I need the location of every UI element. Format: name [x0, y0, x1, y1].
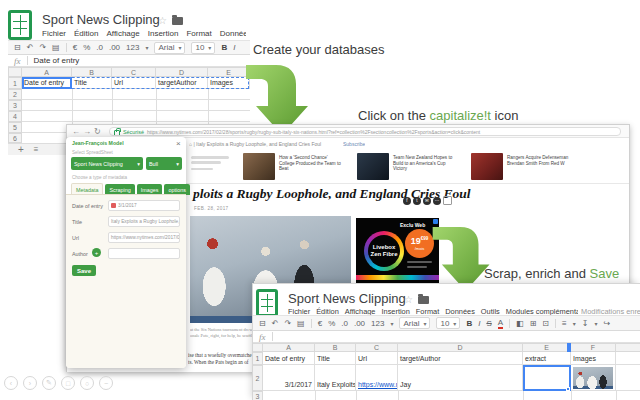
cell-f1[interactable]: Images — [571, 352, 616, 365]
column-header-d[interactable]: D — [156, 67, 208, 77]
cell-c1[interactable]: Url — [356, 352, 398, 365]
cell-a1[interactable]: Date of entry — [22, 77, 72, 89]
next-icon[interactable]: › — [23, 376, 37, 390]
font-size-select[interactable]: 10▾ — [436, 317, 460, 329]
merge-cells-button[interactable]: ⊡ — [542, 319, 549, 328]
font-size-select[interactable]: 10▾ — [191, 42, 215, 54]
row-number[interactable]: 4 — [8, 111, 22, 122]
column-header-a[interactable]: A — [263, 343, 315, 352]
print-icon[interactable]: ⊟ — [14, 43, 21, 52]
cell-a2[interactable]: 3/1/2017 — [263, 365, 315, 391]
paint-format-icon[interactable]: ▤ — [297, 319, 305, 328]
increase-decimal-button[interactable]: .00 — [354, 319, 365, 328]
browser-reload-icon[interactable]: ↻ — [94, 127, 105, 136]
author-field-input[interactable] — [108, 248, 180, 259]
address-bar[interactable]: Sécurisé https://www.nytimes.com/2017/02… — [109, 127, 621, 136]
column-header-b[interactable]: B — [315, 343, 356, 352]
currency-format-button[interactable]: € — [318, 319, 322, 328]
article-card-title[interactable]: How a 'Second Chance' College Produced t… — [279, 155, 341, 172]
row-number[interactable]: 1 — [253, 352, 263, 365]
twitter-share-icon[interactable]: t — [413, 197, 421, 205]
column-header-d[interactable]: D — [398, 343, 523, 352]
cell-d2[interactable]: Jay — [398, 365, 523, 391]
url-link[interactable]: https://www.nytim — [358, 381, 398, 388]
spreadsheet-title[interactable]: Sport News Clipping — [42, 12, 160, 27]
save-article-icon[interactable] — [443, 196, 452, 205]
article-card-title[interactable]: Rangers Acquire Defenseman Brendan Smith… — [507, 155, 571, 166]
fill-color-button[interactable]: ◧ — [516, 319, 524, 328]
cell-b1[interactable]: Title — [315, 352, 356, 365]
currency-format-button[interactable]: € — [73, 43, 77, 52]
cell-b2[interactable]: Italy Exploits a F — [315, 365, 356, 391]
italic-button[interactable]: I — [233, 43, 235, 52]
undo-icon[interactable]: ↶ — [272, 319, 279, 328]
formula-bar[interactable]: fx Date of entry — [8, 55, 250, 67]
date-field-input[interactable]: 3/1/2017 — [108, 200, 180, 211]
star-icon[interactable]: ☆ — [158, 16, 167, 26]
all-sheets-icon[interactable]: ≡ — [34, 145, 39, 154]
adchoices-icon[interactable] — [433, 219, 438, 224]
star-icon[interactable]: ☆ — [404, 295, 413, 305]
article-card-thumb[interactable] — [471, 153, 503, 180]
vertical-align-button[interactable]: ↧ — [582, 319, 589, 328]
row-number[interactable]: 3 — [253, 391, 263, 400]
text-wrap-button[interactable]: ↪ — [603, 319, 610, 328]
font-select[interactable]: Arial▾ — [154, 42, 185, 54]
cell-b1[interactable]: Title — [72, 77, 112, 89]
undo-icon[interactable]: ↶ — [27, 43, 34, 52]
chevron-down-icon[interactable]: ▾ — [145, 44, 148, 51]
menu-fichier[interactable]: Fichier — [42, 29, 66, 39]
row-number[interactable]: 3 — [8, 100, 22, 111]
formula-bar[interactable]: fx — [253, 331, 640, 343]
text-color-button[interactable]: A — [498, 318, 503, 329]
paint-format-icon[interactable]: ▤ — [52, 43, 60, 52]
article-card-thumb[interactable] — [243, 153, 275, 180]
print-icon[interactable]: ⊟ — [259, 319, 266, 328]
font-select[interactable]: Arial▾ — [399, 317, 430, 329]
folder-icon[interactable] — [418, 296, 429, 304]
horizontal-align-button[interactable]: ≡ — [562, 319, 567, 328]
edit-icon[interactable]: ✎ — [42, 376, 56, 390]
strikethrough-button[interactable]: S — [486, 319, 491, 328]
zoom-icon[interactable]: ○ — [80, 376, 94, 390]
corner-header[interactable] — [8, 67, 22, 77]
folder-icon[interactable] — [172, 17, 183, 25]
menu-affichage[interactable]: Affichage — [106, 29, 139, 39]
cell-f2[interactable] — [571, 365, 616, 391]
article-card-thumb[interactable] — [357, 153, 389, 180]
home-icon[interactable]: ⌂ — [189, 141, 192, 147]
crop-icon[interactable]: □ — [61, 376, 75, 390]
row-number[interactable]: 1 — [8, 77, 22, 89]
percent-format-button[interactable]: % — [328, 319, 335, 328]
row-number[interactable]: 2 — [253, 365, 263, 391]
facebook-share-icon[interactable]: f — [403, 197, 411, 205]
decrease-decimal-button[interactable]: .0 — [341, 319, 348, 328]
bold-button[interactable]: B — [466, 319, 472, 328]
spreadsheet-dropdown[interactable]: Sport News Clipping ▾ — [71, 157, 143, 170]
corner-header[interactable] — [253, 343, 263, 352]
cell-c2[interactable]: https://www.nytim — [356, 365, 398, 391]
row-number[interactable]: 6 — [8, 133, 22, 143]
number-format-button[interactable]: 123 — [371, 319, 384, 328]
cell-c1[interactable]: Url — [112, 77, 156, 89]
more-share-icon[interactable]: ⋯ — [433, 197, 441, 205]
column-header-c[interactable]: C — [356, 343, 398, 352]
menu-edition[interactable]: Édition — [74, 29, 98, 39]
email-share-icon[interactable]: ✉ — [423, 197, 431, 205]
row-number[interactable]: 5 — [8, 122, 22, 133]
menu-insertion[interactable]: Insertion — [148, 29, 179, 39]
subscribe-link[interactable]: Subscribe — [343, 141, 365, 147]
redo-icon[interactable]: ↷ — [39, 43, 46, 52]
cell-g2[interactable] — [616, 365, 640, 391]
percent-format-button[interactable]: % — [83, 43, 90, 52]
bold-button[interactable]: B — [221, 43, 227, 52]
close-icon[interactable]: × — [176, 139, 181, 148]
spreadsheet-title[interactable]: Sport News Clipping — [288, 291, 406, 306]
save-button[interactable]: Save — [72, 265, 96, 276]
row-number[interactable]: 2 — [8, 89, 22, 100]
redo-icon[interactable]: ↷ — [284, 319, 291, 328]
url-field-input[interactable]: https://www.nytimes.com/2017/02/28/sport… — [108, 232, 180, 243]
sheet-dropdown[interactable]: Bull ▾ — [146, 157, 182, 170]
cell-e1[interactable]: extract — [523, 352, 571, 365]
decrease-decimal-button[interactable]: .0 — [96, 43, 103, 52]
